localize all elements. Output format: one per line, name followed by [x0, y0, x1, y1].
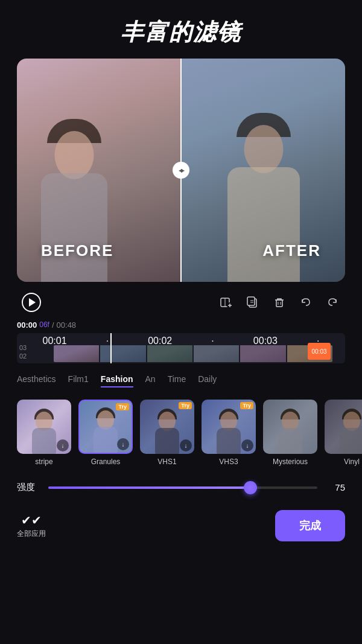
- ba-divider-line: [180, 59, 182, 282]
- filter-cat-daily[interactable]: Daily: [198, 374, 217, 387]
- timeline-sep: /: [52, 320, 54, 330]
- before-label: BEFORE: [41, 241, 113, 260]
- filter-thumb-vinyl: [325, 400, 362, 454]
- intensity-slider[interactable]: [48, 486, 317, 489]
- filter-item-mysterious[interactable]: Mysterious: [263, 400, 317, 466]
- filter-label-vhs3: VHS3: [219, 457, 238, 466]
- slider-thumb[interactable]: [244, 481, 257, 494]
- clip-seg-1: [54, 345, 99, 362]
- filter-item-vhs1[interactable]: Try ↓ VHS1: [140, 400, 194, 466]
- filter-cat-aesthetics[interactable]: Aesthetics: [17, 374, 56, 387]
- filter-label-vinyl: Vinyl: [344, 457, 360, 466]
- svg-rect-9: [276, 300, 282, 307]
- ba-preview: BEFORE AFTER: [17, 59, 345, 282]
- undo-icon[interactable]: [298, 295, 314, 310]
- intensity-label: 强度: [17, 482, 39, 493]
- bottom-bar: ✔✔ 全部应用 完成: [0, 503, 362, 553]
- filter-item-granules[interactable]: Try ↓ Granules: [78, 400, 133, 466]
- filter-cat-fashion[interactable]: Fashion: [101, 374, 133, 387]
- download-icon-granules: ↓: [117, 438, 129, 450]
- filter-thumb-vhs1: Try ↓: [140, 400, 194, 454]
- filter-label-granules: Granules: [91, 457, 121, 466]
- filter-cat-film1[interactable]: Film1: [68, 374, 89, 387]
- confirm-button[interactable]: 完成: [275, 510, 345, 541]
- svg-rect-6: [247, 297, 255, 305]
- clip-seg-4: [194, 345, 239, 362]
- redo-icon[interactable]: [325, 295, 340, 310]
- timeline: 00:00 06f / 00:48 00:01 · 00:02 · 00:03 …: [0, 320, 362, 363]
- filter-categories: Aesthetics Film1 Fashion An Time Daily: [0, 368, 362, 394]
- filter-cat-time[interactable]: Time: [168, 374, 186, 387]
- after-label: AFTER: [262, 241, 321, 260]
- clip-seg-2: [100, 345, 145, 362]
- timeline-total: 00:48: [57, 320, 77, 330]
- add-clip-icon[interactable]: [218, 295, 234, 310]
- clip-seg-5: [240, 345, 285, 362]
- try-badge-vhs1: Try: [179, 402, 192, 409]
- filter-item-vinyl[interactable]: Vinyl: [325, 400, 362, 466]
- slider-fill: [48, 486, 250, 489]
- play-button[interactable]: [22, 293, 41, 312]
- filter-thumb-mysterious: [263, 400, 317, 454]
- timeline-current: 00:00: [17, 320, 37, 330]
- filter-item-vhs3[interactable]: Try ↓ VHS3: [202, 400, 256, 466]
- filter-label-vhs1: VHS1: [157, 457, 176, 466]
- try-badge-granules: Try: [116, 403, 129, 410]
- filter-thumb-granules: Try ↓: [78, 400, 133, 454]
- timeline-row-02: 02: [19, 352, 27, 360]
- filter-label-mysterious: Mysterious: [273, 457, 308, 466]
- filter-label-stripe: stripe: [35, 457, 52, 466]
- filter-items-row: ↓ stripe Try ↓ Granules Try ↓ VHS1 Try ↓…: [0, 394, 362, 472]
- intensity-value: 75: [327, 482, 345, 493]
- timeline-row-03: 03: [19, 344, 27, 351]
- timeline-bar[interactable]: 00:01 · 00:02 · 00:03 · 03 02 00:03: [17, 333, 345, 363]
- checkmark-icon: ✔✔: [21, 513, 42, 528]
- ba-divider-handle[interactable]: [173, 162, 189, 179]
- filter-thumb-stripe: ↓: [17, 400, 71, 454]
- page-title: 丰富的滤镜: [0, 0, 362, 59]
- download-icon-stripe: ↓: [57, 439, 69, 451]
- timeline-clip-track[interactable]: [53, 345, 333, 362]
- filter-item-stripe[interactable]: ↓ stripe: [17, 400, 71, 466]
- try-badge-vhs3: Try: [240, 402, 253, 409]
- toolbar: [0, 284, 362, 320]
- filter-thumb-vhs3: Try ↓: [202, 400, 256, 454]
- download-icon-vhs3: ↓: [241, 439, 253, 451]
- copy-icon[interactable]: [245, 295, 261, 310]
- clip-seg-3: [147, 345, 192, 362]
- timeline-end-marker: 00:03: [308, 343, 331, 360]
- apply-all-label: 全部应用: [17, 529, 46, 539]
- delete-icon[interactable]: [272, 295, 287, 310]
- timeline-frame: 06f: [39, 320, 49, 330]
- apply-all-button[interactable]: ✔✔ 全部应用: [17, 513, 46, 539]
- intensity-row: 强度 75: [0, 472, 362, 503]
- filter-cat-an[interactable]: An: [145, 374, 156, 387]
- timeline-playhead[interactable]: [110, 333, 112, 363]
- download-icon-vhs1: ↓: [180, 439, 192, 451]
